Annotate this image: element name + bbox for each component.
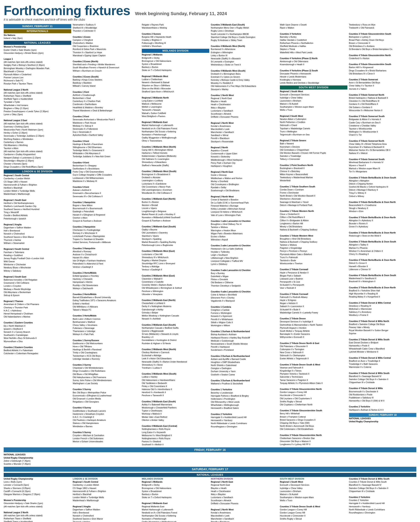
national-leagues-sun: Women's Premiership Exeter Chiefs v Sale… <box>4 45 71 168</box>
internationals-content: Six Nations Ireland v Italy (3pm) <box>4 34 71 39</box>
col4-top: Counties 3 Midlands East (South) Northam… <box>211 23 279 428</box>
midlands-content: Regional 1 Midlands Bridgnorth v Derby B… <box>142 53 209 446</box>
page-wrapper: Forthcoming fixtures Week beginning Sund… <box>0 0 420 522</box>
london-se-header: LONDON & SE DIVISION <box>4 169 71 174</box>
main-header: Forthcoming fixtures Week beginning Sund… <box>4 4 416 17</box>
column-1: SUNDAY, FEBRUARY 11 INTERNATIONALS Six N… <box>4 23 71 446</box>
sat-col6: Counties 3 Tribute Dorset & Wilts South … <box>349 477 417 522</box>
column-5: Wath Upon Dearne v Ossett Ripon v Malton… <box>280 23 347 446</box>
sunday-feb18-header: SUNDAY, FEBRUARY 18 <box>349 413 417 417</box>
column-3: Reigate v Raynes Park Wandsworthians v W… <box>142 23 209 446</box>
friday-col1: NATIONAL LEAGUES United Rugby Championsh… <box>4 453 140 466</box>
sat-col1: United Rugby Championship Lions v Bulls … <box>4 477 71 522</box>
column-4: Counties 3 Midlands East (South) Northam… <box>211 23 279 446</box>
internationals-header: INTERNATIONALS <box>4 29 71 33</box>
saturday-national-header: NATIONAL LEAGUES <box>4 473 416 477</box>
col6-top: Tewkesbury v Ross-on-Wye Tredworth v Old… <box>349 23 417 411</box>
column-2: Newmarket v Sudbury II Shelford III v Wo… <box>73 23 140 446</box>
week-label: Week beginning Sunday, February 11, 2024 <box>135 11 227 16</box>
counties-2-yorkshire-sat: Counties 2 Yorkshire <box>349 499 417 502</box>
counties-3-dorset-wilts-south: Counties 3 Tribute Dorset & Wilts South <box>349 480 417 483</box>
southwest-header: SOUTH WEST DIVISION <box>280 85 347 90</box>
saturday-header: SATURDAY, FEBRUARY 17 <box>4 467 416 472</box>
midlands-header: MIDLANDS DIVISION <box>142 49 209 53</box>
sunday-feb18-content: NATIONAL LEAGUES United Rugby Championsh… <box>349 417 417 423</box>
col3-top: Reigate v Raynes Park Wandsworthians v W… <box>142 23 209 47</box>
sat-col3: MIDLANDS DIVISION Regional 1 Midlands Br… <box>142 477 209 522</box>
southwest-content: Regional 1 South West Exmouth v Devonpor… <box>280 90 347 446</box>
regional-north-east-label: Regional North East <box>211 484 279 486</box>
london-se-content: Regional 1 South Central Camberley v Lon… <box>4 174 71 355</box>
sub-header: It is advisable to check matches and kic… <box>4 18 416 21</box>
column-6: Tewkesbury v Ross-on-Wye Tredworth v Old… <box>349 23 417 446</box>
col2-top: Newmarket v Sudbury II Shelford III v Wo… <box>73 23 140 443</box>
sat-col4: NORTHERN DIVISION Regional 1 North East … <box>211 477 279 522</box>
main-content: SUNDAY, FEBRUARY 11 INTERNATIONALS Six N… <box>4 23 416 446</box>
national-leagues-header-sun: NATIONAL LEAGUES <box>4 41 71 45</box>
saturday-content: United Rugby Championship Lions v Bulls … <box>4 477 416 522</box>
main-title: Forthcoming fixtures <box>4 4 130 17</box>
friday-header: FRIDAY, FEBRUARY 16 <box>4 447 416 452</box>
sat-col2: LONDON & SE DIVISION Regional 1 South Ce… <box>73 477 140 522</box>
col5-top: Wath Upon Dearne v Ossett Ripon v Malton… <box>280 23 347 84</box>
sunday-header: SUNDAY, FEBRUARY 11 <box>4 24 71 28</box>
gordon-league-coney-hill: Gordon League Coney Hill <box>280 511 347 514</box>
friday-content: NATIONAL LEAGUES United Rugby Championsh… <box>4 453 416 466</box>
regional-midlands-east-label: Regional Midlands East <box>142 505 209 508</box>
sat-col5: SOUTH WEST DIVISION Regional 1 South Wes… <box>280 477 347 522</box>
